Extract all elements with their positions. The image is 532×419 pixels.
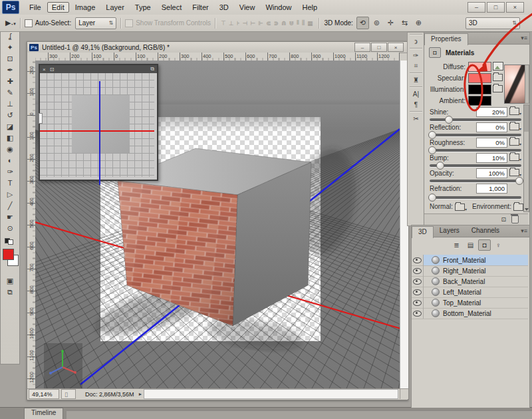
meshes-filter-icon[interactable]: ▤ [464,239,477,251]
menu-select[interactable]: Select [157,2,187,13]
menu-layer[interactable]: Layer [101,2,129,13]
menu-window[interactable]: Window [261,2,296,13]
tab-channels[interactable]: Channels [466,225,505,237]
paragraph-panel-icon[interactable]: ¶ [408,99,424,110]
align-icon[interactable]: ⊩ [258,20,263,27]
horizontal-scrollbar[interactable] [144,389,398,399]
lights-filter-icon[interactable]: ♀ [492,239,505,251]
align-icon[interactable]: ⊤ [221,20,226,27]
app-maximize-button[interactable]: □ [487,2,505,13]
quick-selection-tool[interactable]: ✦ [2,42,18,53]
diffuse-texture-icon[interactable] [493,62,503,72]
doc-maximize-button[interactable]: □ [371,43,387,52]
3d-slide-icon[interactable]: ⇆ [398,17,411,29]
path-selection-tool[interactable]: ▷ [2,189,18,200]
visibility-eye-icon[interactable] [412,265,424,276]
type-tool[interactable]: T [2,178,18,189]
crop-tool[interactable]: ⊡ [2,53,18,65]
menu-filter[interactable]: Filter [188,2,213,13]
gradient-tool[interactable]: ◧ [2,132,18,144]
healing-brush-tool[interactable]: ✚ [2,76,18,87]
shine-slider[interactable] [430,118,521,121]
popout-icon[interactable]: ⊡ [501,216,506,223]
status-expand-icon[interactable]: ► [138,392,143,396]
refraction-value[interactable]: 1,000 [476,184,507,194]
menu-file[interactable]: File [25,2,46,13]
refraction-slider[interactable] [430,196,521,199]
panel-menu-icon[interactable]: ▾≡ [521,35,527,41]
brush-settings-panel-icon[interactable]: ϶ [408,36,424,47]
visibility-eye-icon[interactable] [412,255,424,265]
align-icon[interactable]: ⊢ [250,20,255,27]
visibility-eye-icon[interactable] [412,308,424,319]
line-tool[interactable]: ╱ [2,200,18,211]
material-sphere-preview[interactable] [504,65,525,104]
secondary-view-close-icon[interactable]: × [43,67,46,72]
3d-roll-icon[interactable]: ⊚ [370,17,383,29]
tab-3d[interactable]: 3D [412,226,434,238]
auto-select-checkbox[interactable] [25,19,33,27]
default-colors-icon[interactable] [5,238,15,243]
scissors-panel-icon[interactable]: ✂ [408,113,424,124]
visibility-eye-icon[interactable] [412,287,424,297]
roughness-value[interactable]: 0% [476,138,507,148]
move-tool-preset-icon[interactable]: ▶₊▾ [5,19,16,27]
zoom-level-field[interactable]: 49,14% [29,389,59,399]
tab-timeline[interactable]: Timeline [24,408,63,419]
menu-help[interactable]: Help [298,2,323,13]
blur-tool[interactable]: ◉ [2,144,18,155]
roughness-slider[interactable] [430,149,521,152]
doc-close-button[interactable]: × [388,43,404,52]
3d-rotate-icon[interactable]: ⟲ [356,17,369,29]
opacity-value[interactable]: 100% [476,168,507,178]
tab-properties[interactable]: Properties [424,33,468,45]
secondary-view-resize-handle[interactable] [39,113,43,124]
illumination-color-swatch[interactable] [468,84,491,94]
history-brush-tool[interactable]: ↺ [2,110,18,121]
normal-folder-icon[interactable]: ▾ [455,204,467,212]
eraser-tool[interactable]: ◪ [2,121,18,132]
material-row-bottom[interactable]: Bottom_Material [412,308,528,319]
quick-mask-icon[interactable]: ▣ [2,275,18,287]
bump-folder-icon[interactable]: ▾ [509,154,521,162]
align-icon[interactable]: ▦ [307,20,313,27]
material-row-left[interactable]: Left_Material [412,287,528,298]
properties-scrollbar[interactable] [523,104,529,212]
illumination-folder-icon[interactable] [493,85,503,94]
3d-scale-icon[interactable]: ⊕ [412,17,425,29]
align-icon[interactable]: ⋓ [289,20,295,27]
menu-view[interactable]: View [235,2,260,13]
material-row-back[interactable]: Back_Material [412,276,528,287]
brush-tool[interactable]: ✎ [2,87,18,98]
specular-folder-icon[interactable] [493,74,503,82]
doc-minimize-button[interactable]: – [354,43,370,52]
document-title-bar[interactable]: Ps Untitled-1 @ 49,1% (Background, RGB/8… [27,42,408,53]
timeline-track-area[interactable] [66,410,532,419]
delete-icon[interactable] [511,215,519,223]
tab-layers[interactable]: Layers [434,225,466,237]
secondary-view-camera-icon[interactable]: ⊡ [50,67,55,72]
bump-slider[interactable] [430,164,521,167]
align-icon[interactable]: ⋑ [273,20,279,27]
ambient-color-swatch[interactable] [468,96,491,106]
align-icon[interactable]: ⋐ [266,20,271,27]
tool-presets-panel-icon[interactable]: ⌗ [408,61,424,71]
resize-grip[interactable] [400,388,408,399]
foreground-color-swatch[interactable] [3,249,14,260]
material-row-right[interactable]: Right_Material [412,265,528,277]
3d-drag-icon[interactable]: ✛ [384,17,397,29]
clone-source-panel-icon[interactable]: ♜ [408,74,424,85]
diffuse-color-swatch[interactable] [468,62,491,72]
align-icon[interactable]: ⊦ [237,20,240,27]
align-icon[interactable]: ⫴ [297,19,299,27]
secondary-view-swap-icon[interactable]: ⧉ [150,66,154,72]
pen-tool[interactable]: ✑ [2,166,18,178]
eyedropper-tool[interactable]: ✒ [2,65,18,76]
materials-filter-icon[interactable]: ◘ [478,239,491,251]
material-row-top[interactable]: Top_Material [412,297,528,309]
zoom-tool[interactable]: ⊙ [2,223,18,234]
reflection-slider[interactable] [430,134,521,136]
material-row-front[interactable]: Front_Material [412,255,528,266]
app-minimize-button[interactable]: – [467,2,485,13]
clone-stamp-tool[interactable]: ⊥ [2,98,18,110]
